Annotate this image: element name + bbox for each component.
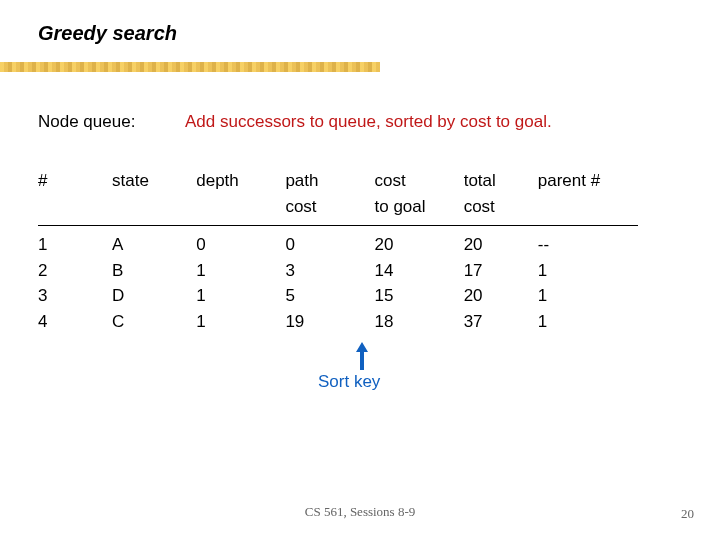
col-header-state: state <box>112 168 196 223</box>
title-underline <box>0 62 380 72</box>
header-rule <box>38 225 638 226</box>
table-row: 1 A 0 0 20 20 -- <box>38 232 652 258</box>
node-queue-table: # state depth path cost cost to goal tot… <box>38 168 652 334</box>
col-header-path-cost: path cost <box>285 168 374 223</box>
svg-marker-0 <box>356 342 368 370</box>
table-row: 4 C 1 19 18 37 1 <box>38 309 652 335</box>
table-row: 3 D 1 5 15 20 1 <box>38 283 652 309</box>
slide-footer: CS 561, Sessions 8-9 <box>0 504 720 520</box>
sort-key-label: Sort key <box>318 372 380 392</box>
arrow-up-icon <box>355 342 369 370</box>
table-row: 2 B 1 3 14 17 1 <box>38 258 652 284</box>
col-header-parent: parent # <box>538 168 652 223</box>
queue-description: Add successors to queue, sorted by cost … <box>185 112 552 132</box>
col-header-cost-goal: cost to goal <box>375 168 464 223</box>
col-header-total-cost: total cost <box>464 168 538 223</box>
page-number: 20 <box>681 506 694 522</box>
slide-title: Greedy search <box>38 22 177 45</box>
col-header-depth: depth <box>196 168 285 223</box>
col-header-num: # <box>38 168 112 223</box>
node-queue-label: Node queue: <box>38 112 135 131</box>
